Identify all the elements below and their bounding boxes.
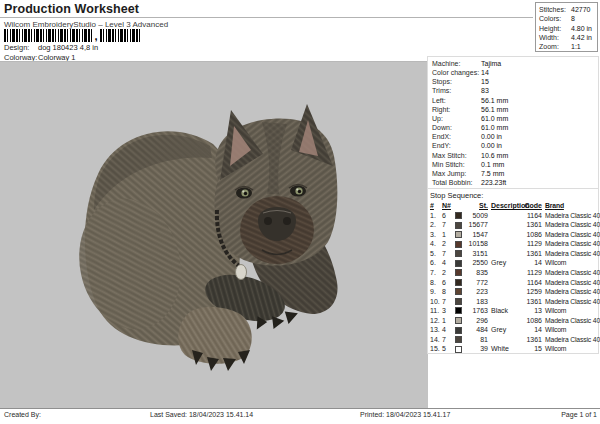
machine-row-value: 0.00 in <box>481 132 502 141</box>
thread-description: Grey <box>488 325 519 335</box>
thread-description <box>488 268 519 278</box>
stitch-count: 2550 <box>465 258 488 268</box>
stitch-count: 484 <box>465 325 488 335</box>
page-title: Production Worksheet <box>4 2 139 16</box>
design-summary-box: Stitches:42770Colors:8Height:4.80 inWidt… <box>535 2 598 52</box>
stop-sequence-row: 5.731511361Madeira Classic 40 <box>428 249 598 259</box>
dog-nostril-right <box>283 217 291 225</box>
thread-brand: Madeira Classic 40 <box>542 316 600 326</box>
machine-row-value: 61.0 mm <box>481 114 508 123</box>
thread-description: Black <box>488 306 519 316</box>
needle-number: 6 <box>442 211 452 221</box>
stitch-count: 183 <box>465 297 488 307</box>
thread-code: 1086 <box>519 230 542 240</box>
thread-brand: Madeira Classic 40 <box>542 268 600 278</box>
machine-row-value: Tajima <box>481 59 501 68</box>
stop-sequence-row: 8.67721164Madeira Classic 40 <box>428 278 598 288</box>
needle-number: 7 <box>442 297 452 307</box>
needle-number: 3 <box>442 306 452 316</box>
machine-row: Max Stitch:10.6 mm <box>432 151 598 160</box>
summary-row-value: 42770 <box>571 5 590 14</box>
needle-number: 4 <box>442 258 452 268</box>
machine-row: Machine:Tajima <box>432 59 598 68</box>
stitch-count: 296 <box>465 316 488 326</box>
design-label: Design: <box>4 43 29 52</box>
summary-row: Height:4.80 in <box>539 24 597 33</box>
machine-row-value: 14 <box>481 68 489 77</box>
last-saved-value: 18/04/2023 15.41.14 <box>189 411 253 418</box>
thread-code: 1164 <box>519 211 542 221</box>
machine-row-label: Max Stitch: <box>432 151 481 160</box>
thread-description <box>488 287 519 297</box>
barcode-bars-right <box>100 29 142 42</box>
stop-sequence-row: 15.539White15Wilcom <box>428 344 598 354</box>
thread-swatch-cell <box>452 249 465 259</box>
stop-sequence-table: 1.650091164Madeira Classic 402.715677136… <box>428 211 598 354</box>
machine-row-value: 0.1 mm <box>481 160 504 169</box>
thread-code: 1361 <box>519 249 542 259</box>
thread-code: 1129 <box>519 268 542 278</box>
thread-brand: Wilcom <box>542 325 598 335</box>
needle-number: 7 <box>442 249 452 259</box>
stitch-count: 39 <box>465 344 488 354</box>
stop-number: 1. <box>430 211 442 221</box>
thread-brand: Madeira Classic 40 <box>542 297 600 307</box>
machine-row-label: Color changes: <box>432 68 481 77</box>
thread-color-swatch <box>455 269 462 276</box>
needle-number: 4 <box>442 325 452 335</box>
thread-description <box>488 230 519 240</box>
col-num: # <box>430 201 442 211</box>
summary-row-label: Colors: <box>539 14 571 23</box>
machine-row-label: Max Jump: <box>432 169 481 178</box>
summary-row: Width:4.42 in <box>539 33 597 42</box>
thread-brand: Madeira Classic 40 <box>542 335 600 345</box>
thread-swatch-cell <box>452 335 465 345</box>
thread-brand: Madeira Classic 40 <box>542 287 600 297</box>
stop-sequence-row: 7.28351129Madeira Classic 40 <box>428 268 598 278</box>
machine-row: Color changes:14 <box>432 68 598 77</box>
needle-number: 2 <box>442 239 452 249</box>
machine-info-panel: Machine:TajimaColor changes:14Stops:15Tr… <box>427 56 599 354</box>
printed-value: 18/04/2023 15.41.17 <box>386 411 450 418</box>
needle-number: 1 <box>442 316 452 326</box>
machine-row-label: Total Bobbin: <box>432 178 481 187</box>
machine-row-label: Trims: <box>432 86 481 95</box>
thread-color-swatch <box>455 336 462 343</box>
thread-color-swatch <box>455 298 462 305</box>
thread-color-swatch <box>455 288 462 295</box>
stitch-count: 15677 <box>465 220 488 230</box>
thread-swatch-cell <box>452 306 465 316</box>
footer-page-number: Page 1 of 1 <box>561 411 597 418</box>
machine-row-value: 0.00 in <box>481 141 502 150</box>
machine-row: Max Jump:7.5 mm <box>432 169 598 178</box>
col-brand: Brand <box>542 201 598 211</box>
stop-sequence-row: 11.31763Black13Wilcom <box>428 306 598 316</box>
design-summary-rows: Stitches:42770Colors:8Height:4.80 inWidt… <box>539 5 597 51</box>
stop-number: 10. <box>430 297 442 307</box>
thread-color-swatch <box>455 250 462 257</box>
thread-code: 14 <box>519 258 542 268</box>
stop-number: 9. <box>430 287 442 297</box>
stop-number: 3. <box>430 230 442 240</box>
thread-description <box>488 249 519 259</box>
thread-swatch-cell <box>452 230 465 240</box>
stitch-count: 1763 <box>465 306 488 316</box>
thread-swatch-cell <box>452 287 465 297</box>
needle-number: 7 <box>442 220 452 230</box>
stitch-count: 3151 <box>465 249 488 259</box>
stop-number: 11. <box>430 306 442 316</box>
thread-color-swatch <box>455 241 462 248</box>
col-stitches: St. <box>465 201 488 211</box>
dog-embroidery-preview <box>0 62 428 409</box>
design-name: dog 180423 4,8 in <box>38 43 98 52</box>
summary-row-value: 8 <box>571 14 575 23</box>
machine-row: Left:56.1 mm <box>432 96 598 105</box>
thread-brand: Madeira Classic 40 <box>542 220 600 230</box>
thread-brand: Wilcom <box>542 306 598 316</box>
stop-sequence-row: 9.82231259Madeira Classic 40 <box>428 287 598 297</box>
dog-figure <box>67 104 337 371</box>
needle-number: 8 <box>442 287 452 297</box>
needle-number: 6 <box>442 278 452 288</box>
machine-row: Down:61.0 mm <box>432 123 598 132</box>
summary-row-label: Height: <box>539 24 571 33</box>
